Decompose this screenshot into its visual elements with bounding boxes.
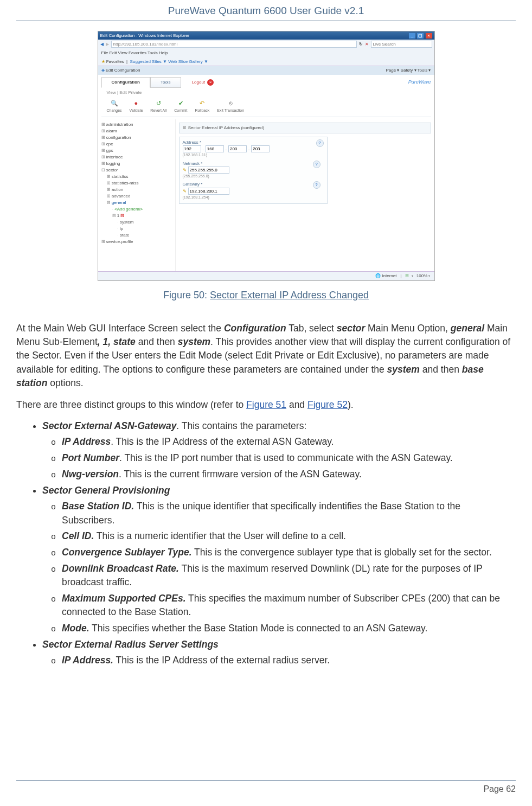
validate-button[interactable]: ●Validate — [130, 99, 143, 113]
help-icon[interactable]: ? — [316, 139, 324, 147]
addr-octet-4[interactable] — [251, 145, 270, 152]
page-header: PureWave Quantum 6600 User Guide v2.1 — [16, 0, 516, 21]
tree-general-1[interactable]: 1 ⊟ — [101, 213, 172, 219]
browser-favorites-bar: ★ Favorites | Suggested Sites ▼ Web Slic… — [98, 57, 434, 67]
tree-add-general[interactable]: <Add general> — [101, 206, 172, 213]
edit-icon[interactable]: ✎ — [183, 167, 187, 174]
revert-all-button[interactable]: ↺Revert All — [150, 99, 166, 113]
tree-advanced[interactable]: advanced — [101, 193, 172, 200]
tree-logging[interactable]: logging — [101, 161, 172, 167]
nav-back-icon[interactable]: ◀ — [100, 41, 104, 48]
internet-zone-label: Internet — [382, 273, 396, 278]
exit-transaction-button[interactable]: ⎋Exit Transaction — [217, 99, 244, 113]
action-toolbar: 🔍Changes ●Validate ↺Revert All ✔Commit ↶… — [101, 97, 431, 117]
help-icon[interactable]: ? — [313, 161, 321, 168]
tree-interface[interactable]: interface — [101, 154, 172, 161]
close-icon[interactable]: × — [426, 33, 432, 39]
panel-title: 🗎 Sector External IP Address (configured… — [179, 123, 431, 133]
exit-icon: ⎋ — [217, 99, 244, 108]
item-cell-id: Cell ID. This is a numeric identifier th… — [62, 529, 516, 543]
tree-general[interactable]: general — [101, 200, 172, 206]
gateway-hint: (192.168.1.254) — [183, 195, 324, 200]
refresh-icon[interactable]: ↻ — [359, 41, 363, 48]
netmask-label: Netmask * — [183, 161, 203, 166]
rollback-button[interactable]: ↶Rollback — [195, 99, 209, 113]
item-mode: Mode. This specifies whether the Base St… — [62, 622, 516, 636]
maximize-icon[interactable]: ▢ — [417, 33, 424, 39]
tree-statistics-miss[interactable]: statistics-miss — [101, 180, 172, 187]
figure-52-link[interactable]: Figure 52 — [307, 399, 348, 410]
item-convergence-sublayer: Convergence Sublayer Type. This is the c… — [62, 546, 516, 560]
addr-octet-1[interactable] — [183, 145, 201, 152]
tree-alarm[interactable]: alarm — [101, 128, 172, 135]
tree-cpe[interactable]: cpe — [101, 141, 172, 148]
help-icon[interactable]: ? — [313, 181, 321, 189]
document-icon: 🗎 — [183, 125, 187, 130]
rollback-icon: ↶ — [195, 99, 209, 108]
window-controls: _ ▢ × — [408, 33, 432, 39]
tree-administration[interactable]: administration — [101, 121, 172, 128]
purewave-logo: PureWave — [408, 79, 431, 86]
config-tree[interactable]: administration alarm configuration cpe g… — [98, 119, 176, 271]
item-port-number: Port Number. This is the IP port number … — [62, 451, 516, 465]
form-panel: 🗎 Sector External IP Address (configured… — [176, 119, 434, 271]
favorites-star-icon[interactable]: ★ — [101, 59, 105, 64]
tree-service-profile[interactable]: service-profile — [101, 239, 172, 245]
logout-icon: × — [207, 79, 214, 86]
page-footer: Page 62 — [16, 780, 516, 795]
netmask-input[interactable] — [188, 167, 229, 174]
page-tab[interactable]: ◈ Edit Configuration — [101, 67, 140, 74]
tree-action[interactable]: action — [101, 187, 172, 193]
edit-icon[interactable]: ✎ — [183, 188, 187, 195]
tab-tools[interactable]: Tools — [150, 77, 181, 88]
delete-icon[interactable]: ⊟ — [120, 213, 124, 218]
figure-51-link[interactable]: Figure 51 — [246, 399, 286, 410]
favorites-label: Favorites — [106, 59, 124, 64]
addr-octet-3[interactable] — [228, 145, 247, 152]
tree-system[interactable]: system — [101, 219, 172, 226]
internet-zone-icon: 🌐 — [375, 273, 381, 278]
zoom-level[interactable]: 100% — [416, 273, 427, 278]
netmask-hint: (255.255.255.0) — [183, 174, 324, 179]
tree-configuration[interactable]: configuration — [101, 135, 172, 141]
address-label: Address * — [183, 140, 202, 145]
addr-octet-2[interactable] — [206, 145, 224, 152]
figure-caption: Figure 50: Sector External IP Address Ch… — [16, 288, 516, 302]
minimize-icon[interactable]: _ — [409, 33, 415, 39]
search-input[interactable] — [371, 41, 432, 48]
item-base-station-id: Base Station ID. This is the unique iden… — [62, 500, 516, 527]
tab-configuration[interactable]: Configuration — [101, 77, 150, 88]
page-number: Page 62 — [483, 784, 516, 794]
app-body: administration alarm configuration cpe g… — [98, 119, 434, 271]
commit-button[interactable]: ✔Commit — [174, 99, 187, 113]
search-icon: 🔍 — [107, 99, 122, 108]
browser-address-bar: ◀ ▶ ↻ ✕ — [98, 40, 434, 49]
logout-link[interactable]: Logout × — [181, 79, 214, 86]
browser-menu-bar[interactable]: File Edit View Favorites Tools Help — [98, 49, 434, 57]
favorites-links[interactable]: Suggested Sites ▼ Web Slice Gallery ▼ — [130, 59, 208, 64]
gateway-input[interactable] — [188, 188, 229, 195]
page-tools[interactable]: Page ▾ Safety ▾ Tools ▾ — [386, 67, 431, 74]
browser-titlebar: Edit Configuration - Windows Internet Ex… — [98, 31, 434, 40]
tree-ip[interactable]: ip — [101, 226, 172, 232]
tree-statistics[interactable]: statistics — [101, 174, 172, 180]
address-hint: (192.168.1.11) — [183, 152, 324, 158]
group-radius-server: Sector External Radius Server Settings I… — [42, 638, 516, 668]
item-downlink-broadcast-rate: Downlink Broadcast Rate. This is the max… — [62, 562, 516, 590]
app-header: Configuration Tools Logout × PureWave Vi… — [98, 75, 434, 119]
nav-forward-icon[interactable]: ▶ — [106, 41, 109, 48]
gateway-label: Gateway * — [183, 182, 203, 187]
changes-button[interactable]: 🔍Changes — [107, 99, 122, 113]
tree-sector[interactable]: sector — [101, 167, 172, 174]
item-radius-ip: IP Address. This is the IP Address of th… — [62, 654, 516, 668]
paragraph-2: There are three distinct groups to this … — [16, 398, 516, 412]
address-input[interactable] — [111, 41, 357, 48]
item-ip-address: IP Address. This is the IP Address of th… — [62, 435, 516, 449]
group-asn-gateway: Sector External ASN-Gateway. This contai… — [42, 419, 516, 482]
view-mode-bar[interactable]: View | Edit Private — [101, 88, 431, 98]
window-title-text: Edit Configuration - Windows Internet Ex… — [100, 33, 190, 39]
tree-state[interactable]: state — [101, 232, 172, 239]
stop-icon[interactable]: ✕ — [365, 41, 369, 48]
tree-gps[interactable]: gps — [101, 148, 172, 154]
browser-tab-bar: ◈ Edit Configuration Page ▾ Safety ▾ Too… — [98, 66, 434, 75]
